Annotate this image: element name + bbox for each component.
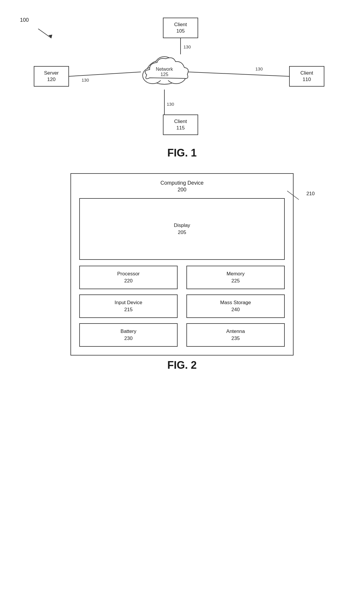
svg-point-13	[156, 57, 173, 71]
battery-label: Battery	[121, 328, 136, 335]
client-115-box: Client 115	[163, 114, 198, 135]
fig1-caption: FIG. 1	[0, 147, 364, 159]
svg-point-10	[147, 60, 182, 84]
server-120-box: Server 120	[34, 66, 69, 87]
memory-225-box: Memory 225	[186, 266, 285, 289]
memory-num: 225	[227, 277, 245, 284]
ref-100-label: 100	[20, 17, 29, 23]
svg-point-11	[143, 67, 163, 84]
svg-text:130: 130	[167, 102, 174, 107]
svg-text:125: 125	[161, 72, 168, 77]
svg-text:Network: Network	[156, 67, 173, 72]
mass-storage-num: 240	[220, 306, 251, 313]
svg-point-15	[147, 68, 164, 81]
battery-230-box: Battery 230	[79, 323, 178, 347]
fig1-section: 100 130 130 130	[0, 0, 364, 164]
server-120-label: Server	[44, 70, 59, 76]
processor-label: Processor	[117, 270, 140, 277]
client-110-num: 110	[303, 76, 311, 83]
client-115-label: Client	[174, 118, 187, 125]
processor-220-box: Processor 220	[79, 266, 178, 289]
battery-num: 230	[121, 335, 136, 342]
processor-num: 220	[117, 277, 140, 284]
display-205-box: Display 205	[79, 198, 285, 260]
fig2-caption: FIG. 2	[0, 359, 364, 371]
client-105-box: Client 105	[163, 18, 198, 38]
fig2-section: Computing Device 200 Display 205 Proce	[0, 164, 364, 377]
svg-text:130: 130	[183, 44, 191, 49]
svg-line-0	[38, 29, 51, 38]
antenna-num: 235	[226, 335, 245, 342]
mass-storage-240-box: Mass Storage 240	[186, 294, 285, 318]
display-num: 205	[174, 229, 190, 236]
svg-line-4	[69, 72, 141, 76]
page: 100 130 130 130	[0, 0, 364, 603]
display-label: Display	[174, 222, 190, 229]
computing-device-num: 200	[79, 186, 285, 193]
fig2-outer-box: Computing Device 200 Display 205 Proce	[70, 173, 294, 356]
client-110-label: Client	[300, 70, 313, 76]
memory-label: Memory	[227, 270, 245, 277]
svg-marker-1	[48, 35, 52, 38]
antenna-label: Antenna	[226, 328, 245, 335]
client-115-num: 115	[176, 125, 185, 131]
svg-point-16	[165, 68, 181, 81]
fig2-title: Computing Device 200	[79, 180, 285, 193]
input-device-num: 215	[114, 306, 142, 313]
client-110-box: Client 110	[289, 66, 324, 87]
ref-210-line	[287, 191, 305, 203]
svg-line-6	[188, 72, 289, 76]
fig1-diagram: 100 130 130 130	[0, 9, 364, 156]
client-105-label: Client	[174, 21, 187, 28]
svg-text:130: 130	[82, 78, 89, 82]
server-120-num: 120	[47, 76, 55, 83]
svg-point-14	[149, 60, 180, 81]
computing-device-label: Computing Device	[79, 180, 285, 186]
mass-storage-label: Mass Storage	[220, 299, 251, 306]
svg-line-19	[287, 191, 299, 200]
client-105-num: 105	[176, 28, 185, 34]
svg-point-12	[166, 67, 186, 84]
input-device-215-box: Input Device 215	[79, 294, 178, 318]
antenna-235-box: Antenna 235	[186, 323, 285, 347]
svg-text:130: 130	[255, 66, 263, 71]
components-grid: Processor 220 Memory 225	[79, 266, 285, 347]
ref-210-label: 210	[287, 191, 315, 203]
input-device-label: Input Device	[114, 299, 142, 306]
